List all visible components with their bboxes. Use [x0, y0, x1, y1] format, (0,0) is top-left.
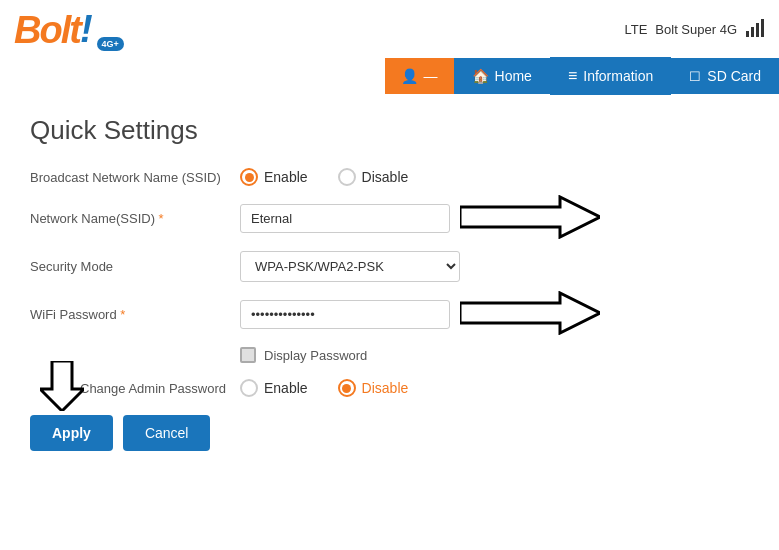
change-admin-enable-option[interactable]: Enable [240, 379, 308, 397]
info-icon: ≡ [568, 67, 577, 85]
display-password-checkbox[interactable] [240, 347, 256, 363]
cancel-button[interactable]: Cancel [123, 415, 211, 451]
security-mode-label: Security Mode [30, 259, 240, 274]
information-label: Information [583, 68, 653, 84]
nav-bar: 👤 — 🏠 Home ≡ Information ☐ SD Card [0, 57, 779, 95]
svg-marker-4 [460, 197, 600, 237]
change-admin-disable-label: Disable [362, 380, 409, 396]
broadcast-disable-radio[interactable] [338, 168, 356, 186]
network-name-label: Network Name(SSID) * [30, 211, 240, 226]
enable-label: Enable [264, 169, 308, 185]
top-bar: Bolt ! 4G+ LTE Bolt Super 4G [0, 0, 779, 51]
change-admin-row: Change Admin Password Enable Disable [30, 379, 749, 397]
page-title: Quick Settings [30, 115, 749, 146]
logo-text: Bolt [14, 11, 80, 49]
user-dash: — [424, 68, 438, 84]
down-arrow-annotation [40, 361, 84, 415]
user-icon: 👤 [401, 68, 418, 84]
svg-marker-6 [40, 361, 84, 411]
signal-info: LTE Bolt Super 4G [624, 19, 765, 41]
network-name-required: * [159, 211, 164, 226]
change-admin-disable-option[interactable]: Disable [338, 379, 409, 397]
security-mode-select[interactable]: WPA-PSK/WPA2-PSK WPA-PSK WPA2-PSK None [240, 251, 460, 282]
arrow-right-1 [460, 195, 600, 239]
broadcast-label: Broadcast Network Name (SSID) [30, 170, 240, 185]
broadcast-radio-group: Enable Disable [240, 168, 408, 186]
display-password-row: Display Password [240, 347, 749, 363]
action-buttons: Apply Cancel [30, 415, 749, 451]
wifi-password-label: WiFi Password * [30, 307, 240, 322]
svg-rect-3 [761, 19, 764, 37]
change-admin-radio-group: Enable Disable [240, 379, 408, 397]
svg-rect-1 [751, 27, 754, 37]
logo-area: Bolt ! 4G+ [14, 8, 124, 51]
change-admin-enable-radio[interactable] [240, 379, 258, 397]
arrow-annotation-1 [460, 195, 600, 243]
disable-label: Disable [362, 169, 409, 185]
signal-icon [745, 19, 765, 41]
sdcard-label: SD Card [707, 68, 761, 84]
svg-rect-0 [746, 31, 749, 37]
change-admin-disable-radio[interactable] [338, 379, 356, 397]
main-content: Quick Settings Broadcast Network Name (S… [0, 95, 779, 471]
user-button[interactable]: 👤 — [385, 58, 454, 94]
down-arrow-icon [40, 361, 84, 411]
svg-rect-2 [756, 23, 759, 37]
broadcast-enable-radio[interactable] [240, 168, 258, 186]
arrow-annotation-2 [460, 291, 600, 339]
broadcast-enable-option[interactable]: Enable [240, 168, 308, 186]
arrow-right-2 [460, 291, 600, 335]
home-icon: 🏠 [472, 68, 489, 84]
security-mode-row: Security Mode WPA-PSK/WPA2-PSK WPA-PSK W… [30, 251, 749, 282]
change-admin-enable-label: Enable [264, 380, 308, 396]
display-password-label[interactable]: Display Password [264, 348, 367, 363]
wifi-password-input[interactable] [240, 300, 450, 329]
broadcast-disable-option[interactable]: Disable [338, 168, 409, 186]
wifi-password-row: WiFi Password * [30, 300, 749, 329]
network-name-input[interactable] [240, 204, 450, 233]
information-nav-item[interactable]: ≡ Information [550, 57, 671, 95]
logo-exclaim: ! [80, 8, 93, 51]
signal-name: Bolt Super 4G [655, 22, 737, 37]
broadcast-row: Broadcast Network Name (SSID) Enable Dis… [30, 168, 749, 186]
home-nav-item[interactable]: 🏠 Home [454, 58, 550, 94]
apply-button[interactable]: Apply [30, 415, 113, 451]
svg-marker-5 [460, 293, 600, 333]
logo-badge: 4G+ [97, 37, 124, 51]
sdcard-nav-item[interactable]: ☐ SD Card [671, 58, 779, 94]
sdcard-icon: ☐ [689, 69, 701, 84]
lte-label: LTE [624, 22, 647, 37]
network-name-row: Network Name(SSID) * [30, 204, 749, 233]
home-label: Home [495, 68, 532, 84]
wifi-password-required: * [120, 307, 125, 322]
